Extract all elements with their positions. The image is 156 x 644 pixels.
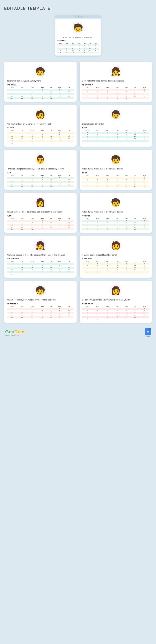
cal-header-wed: WED xyxy=(102,306,113,308)
cal-header-row: MONTUEWEDTHUFRISATSUN xyxy=(82,130,150,132)
cal-day: 16 xyxy=(140,93,149,95)
cal-day: 5 xyxy=(102,179,113,181)
cal-day: 24 xyxy=(64,314,74,316)
cal-header-thu: THU xyxy=(38,175,47,177)
cal-day: 20 xyxy=(130,136,140,138)
cal-day: 31 xyxy=(27,228,38,230)
cal-day: 29 xyxy=(64,271,74,273)
cal-day: 16 xyxy=(55,312,64,314)
cal-day: 17 xyxy=(7,138,18,140)
cal-quote-april: Dream big and dare to fail! xyxy=(82,123,150,126)
cal-day: 5 xyxy=(38,265,47,267)
cal-day: 17 xyxy=(47,181,55,183)
cal-day: 3 xyxy=(82,179,93,181)
cal-header-thu: THU xyxy=(38,306,47,308)
cal-header-fri: FRI xyxy=(47,260,55,263)
cal-day: 15 xyxy=(113,224,122,226)
cal-illustration-june: 🧒 xyxy=(82,152,150,167)
cal-day: 20 xyxy=(122,314,130,316)
cal-day: 1 xyxy=(64,263,74,265)
cal-table-july: MONTUEWEDTHUFRISATSUN1234567891011121314… xyxy=(7,218,74,230)
cal-month-title-april: APRIL xyxy=(82,127,150,129)
preview-day xyxy=(87,52,93,54)
col-fri: FRI xyxy=(82,42,87,44)
cal-day: 9 xyxy=(140,179,149,181)
cal-header-fri: FRI xyxy=(122,306,130,308)
cal-day: 26 xyxy=(64,183,74,185)
cal-day: 28 xyxy=(122,97,130,99)
cal-quote-january: Believe you can and you're halfway there… xyxy=(7,80,74,82)
cal-day xyxy=(113,318,122,320)
cal-data-row: 10111213141516 xyxy=(82,181,150,183)
cal-day: 12 xyxy=(18,312,27,314)
cal-day: 4 xyxy=(113,132,122,134)
cal-day: 11 xyxy=(55,91,64,93)
cal-day: 4 xyxy=(102,310,113,312)
cal-day: 12 xyxy=(47,222,55,224)
cal-day: 28 xyxy=(55,271,64,273)
cal-day: 12 xyxy=(64,91,74,93)
cal-header-row: MONTUEWEDTHUFRISATSUN xyxy=(82,218,150,220)
cal-day: 29 xyxy=(130,185,140,187)
cal-day: 2 xyxy=(140,177,149,179)
preview-day: 4 xyxy=(87,44,93,46)
cal-day: 18 xyxy=(18,138,27,140)
cal-day xyxy=(47,228,55,230)
cal-header-fri: FRI xyxy=(47,130,55,132)
cal-day: 7 xyxy=(38,310,47,312)
svg-rect-0 xyxy=(146,330,150,334)
cal-header-sun: SUN xyxy=(140,87,149,89)
cal-header-fri: FRI xyxy=(47,87,55,89)
cal-day: 24 xyxy=(82,97,93,99)
cal-day xyxy=(55,97,64,99)
cal-day: 28 xyxy=(140,138,149,140)
cal-header-mon: MON xyxy=(7,175,18,177)
cal-day: 19 xyxy=(113,314,122,316)
cal-day: 1 xyxy=(130,177,140,179)
cal-day: 4 xyxy=(93,179,102,181)
cal-table-november: MONTUEWEDTHUFRISATSUN1234567891011121314… xyxy=(7,306,74,318)
cal-day: 14 xyxy=(130,312,140,314)
cal-header-sun: SUN xyxy=(140,175,149,177)
cal-day: 29 xyxy=(140,316,149,318)
cal-header-wed: WED xyxy=(27,175,38,177)
cal-header-wed: WED xyxy=(102,130,113,132)
cal-day: 22 xyxy=(130,183,140,185)
cal-header-fri: FRI xyxy=(47,306,55,308)
cal-table-october: MONTUEWEDTHUFRISATSUN1234567891011121314… xyxy=(82,260,150,273)
cal-header-sat: SAT xyxy=(55,260,64,263)
cal-data-row: 567891011 xyxy=(82,222,150,224)
preview-day: 5 xyxy=(93,44,99,46)
cal-day: 11 xyxy=(122,265,130,267)
col-thu: THU xyxy=(76,42,82,44)
logo-text: GooDocs xyxy=(5,329,26,334)
cal-day: 3 xyxy=(82,91,93,93)
cal-header-row: MONTUEWEDTHUFRISATSUN xyxy=(7,260,74,263)
illus-circle-september: 👧 xyxy=(33,238,48,253)
logo: GooDocs xyxy=(5,329,26,334)
cal-day: 23 xyxy=(140,183,149,185)
cal-day: 8 xyxy=(93,265,102,267)
cal-day xyxy=(38,142,47,144)
preview-day: 26 xyxy=(93,50,99,52)
cal-day xyxy=(140,271,149,273)
preview-illustration: 🧒 xyxy=(57,20,99,35)
cal-header-tue: TUE xyxy=(93,260,102,263)
cal-day xyxy=(7,132,18,134)
cal-day: 10 xyxy=(27,222,38,224)
cal-day: 5 xyxy=(64,177,74,179)
cal-day: 5 xyxy=(113,310,122,312)
cal-day: 2 xyxy=(93,132,102,134)
cal-day: 13 xyxy=(93,224,102,226)
cal-day: 28 xyxy=(38,316,47,318)
cal-day: 6 xyxy=(130,132,140,134)
preview-quote: Believe you can and you're halfway there… xyxy=(57,36,99,38)
col-sun: SUN xyxy=(93,42,99,44)
illus-circle-august: 🧒 xyxy=(108,195,123,210)
cal-day: 7 xyxy=(140,132,149,134)
cal-header-mon: MON xyxy=(7,130,18,132)
cal-header-wed: WED xyxy=(102,175,113,177)
cal-day: 2 xyxy=(140,89,149,91)
cal-data-row: 3031 xyxy=(82,318,150,320)
cal-data-row: 3456789 xyxy=(82,179,150,181)
